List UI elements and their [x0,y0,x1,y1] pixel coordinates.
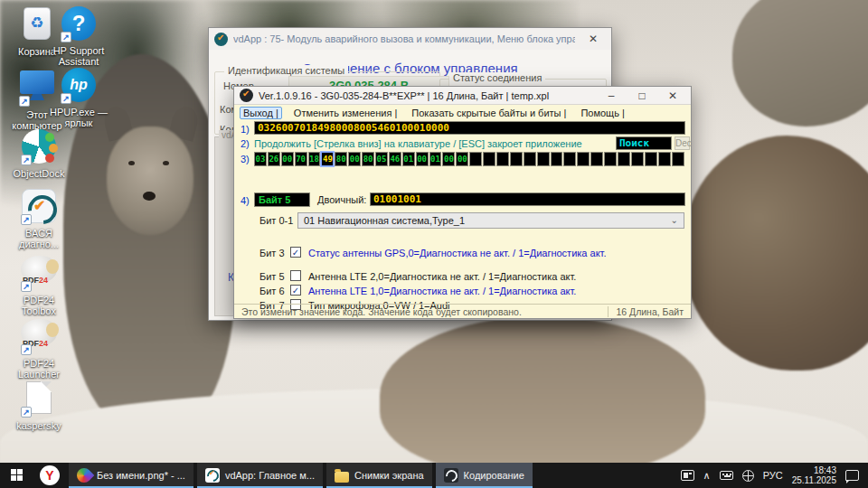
byte-cell[interactable]: 00 [416,152,429,166]
minimize-button[interactable]: – [599,89,624,102]
byte-cell[interactable]: 00 [456,152,468,166]
taskbar-item-paint[interactable]: Без имени.png* - ... [69,463,193,488]
language-indicator[interactable]: РУС [763,470,783,481]
shortcut-arrow-icon: ↗ [21,281,32,292]
tray-date: 25.11.2025 [792,475,836,486]
menu-bar: Выход | Отменить изменения | Показать ск… [234,105,691,121]
vdapp-window-icon [214,33,228,46]
keyboard-icon[interactable] [720,471,733,480]
byte-cell-empty[interactable] [510,152,523,166]
bit6-checkbox[interactable]: ✓ [290,285,301,296]
folder-icon [335,472,349,483]
taskbar-item-label: Кодирование [464,470,524,481]
start-button[interactable] [0,463,34,488]
bit01-label: Бит 0-1 [259,215,293,226]
byte-cell-selected[interactable]: 49 [321,152,334,166]
wolf-top-right [732,0,868,127]
close-button[interactable]: ✕ [580,33,606,45]
desktop-icon-hpup[interactable]: hp↗ HPUP.exe — ярлык [45,67,112,129]
byte-cell-empty[interactable] [604,152,617,166]
byte-cell-empty[interactable] [537,152,550,166]
shortcut-arrow-icon: ↗ [61,32,71,42]
byte-cell[interactable]: 01 [402,152,415,166]
icon-label: ВАСЯ диагно... [5,228,72,250]
code-string-field[interactable]: 03260070184980008005460100010000 [254,121,685,135]
byte-cell-empty[interactable] [631,152,644,166]
byte-cell[interactable]: 00 [348,152,361,166]
desktop-icon-hp-support[interactable]: ?↗ HP Support Assistant [45,5,112,68]
taskbar-item-label: Снимки экрана [354,470,424,481]
chevron-up-icon[interactable]: ∧ [703,470,711,482]
byte-cell[interactable]: 03 [254,152,267,166]
row4-number: 4) [241,195,250,206]
byte-cell-empty[interactable] [590,152,603,166]
notification-center-icon[interactable] [845,470,859,481]
paint-icon [74,465,95,486]
status-message: Это изменит значение кода. Значение кода… [234,306,608,317]
byte-cell[interactable]: 80 [362,152,374,166]
window2-titlebar[interactable]: Ver.1.0.9.16 - 3G0-035-284-B**EXP** | 16… [234,87,691,105]
menu-help[interactable]: Помощь | [578,108,627,118]
row1-number: 1) [241,124,250,135]
maximize-button[interactable]: □ [629,89,655,102]
byte-cell[interactable]: 80 [335,152,347,166]
byte-cell[interactable]: 70 [295,152,307,166]
byte-cell-empty[interactable] [563,152,576,166]
desktop-icon-objectdock[interactable]: ↗ ObjectDock [5,128,72,179]
desktop-icon-vasya-diag[interactable]: ↗ ВАСЯ диагно... [5,188,72,250]
byte-cell[interactable]: 05 [375,152,388,166]
search-field[interactable]: Поиск [616,136,672,150]
byte-cell-empty[interactable] [672,152,684,166]
shortcut-arrow-icon: ↗ [21,155,32,165]
taskbar-item-label: vdApp: Главное м... [225,470,315,481]
identification-group-label: Идентификация системы [224,65,348,76]
byte-cell-empty[interactable] [551,152,563,166]
taskbar-item-vdapp[interactable]: vdApp: Главное м... [197,463,323,488]
byte-cell-empty[interactable] [645,152,657,166]
byte-cell[interactable]: 00 [281,152,294,166]
byte-cell[interactable]: 01 [429,152,442,166]
bit6-label: Бит 6 [259,286,285,296]
byte-cell[interactable]: 26 [268,152,280,166]
desktop-icon-pdf24-toolbox[interactable]: PDF24↗ PDF24 Toolbox [5,251,72,317]
byte-cell-empty[interactable] [469,152,482,166]
wolf-right-lying [683,136,868,371]
byte-cells: 03 26 00 70 18 49 80 00 80 05 46 01 00 0… [254,152,684,166]
bit5-checkbox[interactable] [290,270,301,281]
wolf-eye [163,161,169,165]
taskbar-item-coding[interactable]: Кодирование [436,463,533,488]
bit01-dropdown[interactable]: 01 Навигационная система,Type_1 ⌄ [297,212,684,229]
taskbar-item-screenshots[interactable]: Снимки экрана [326,463,432,488]
byte-cell-empty[interactable] [577,152,590,166]
byte-cell-empty[interactable] [524,152,536,166]
binary-value-field[interactable]: 01001001 [370,192,685,206]
widgets-icon[interactable] [681,470,694,481]
taskbar: Y Без имени.png* - ... vdApp: Главное м.… [0,463,868,488]
desktop-icon-kaspersky[interactable]: ↗ kaspersky [5,380,72,431]
byte-cell-empty[interactable] [483,152,495,166]
bit3-checkbox[interactable]: ✓ [290,247,301,258]
status-length: 16 Длина, Байт [608,306,691,317]
clock[interactable]: 18:43 25.11.2025 [792,465,836,486]
menu-exit[interactable]: Выход | [240,107,282,119]
taskbar-yandex-browser[interactable]: Y [34,463,65,488]
byte-cell-empty[interactable] [658,152,671,166]
menu-show-hidden-bytes[interactable]: Показать скрытые байты и биты | [409,108,569,118]
row2-number: 2) [241,138,250,149]
dec-button[interactable]: Dec [675,136,690,150]
wolf-nose [143,192,156,201]
byte-cell-empty[interactable] [618,152,630,166]
byte-cell[interactable]: 18 [308,152,321,166]
network-icon[interactable] [742,470,754,482]
byte-cell[interactable]: 00 [442,152,455,166]
close-button[interactable]: ✕ [660,89,685,102]
system-tray: ∧ РУС 18:43 25.11.2025 [681,463,868,488]
coding-window-icon [240,89,253,102]
icon-label: PDF24 Toolbox [5,295,72,317]
menu-undo-changes[interactable]: Отменить изменения | [291,108,400,118]
window1-titlebar[interactable]: vdApp : 75- Модуль аварийного вызова и к… [209,28,611,50]
byte-cell-empty[interactable] [496,152,509,166]
byte-cell[interactable]: 46 [389,152,401,166]
status-group-label: Статус соединения [449,72,545,83]
desktop-icon-pdf24-launcher[interactable]: PDF24↗ PDF24 Launcher [5,314,72,380]
